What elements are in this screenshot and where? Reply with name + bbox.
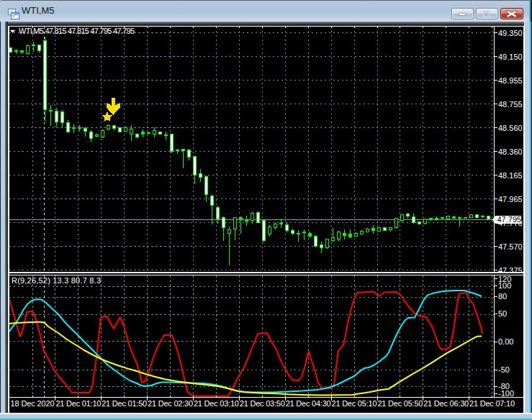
svg-text:21 Dec 07:10: 21 Dec 07:10	[469, 399, 515, 408]
svg-text:21 Dec 03:10: 21 Dec 03:10	[194, 399, 239, 408]
svg-text:49.150: 49.150	[498, 52, 523, 61]
svg-text:48.360: 48.360	[498, 147, 523, 156]
svg-text:21 Dec 06:30: 21 Dec 06:30	[423, 399, 469, 408]
svg-text:48.755: 48.755	[498, 100, 523, 109]
svg-text:WTI,M5 47.815 47.815 47.795 47: WTI,M5 47.815 47.815 47.795 47.795	[19, 27, 135, 35]
svg-text:47.965: 47.965	[498, 195, 523, 204]
svg-text:21 Dec 04:30: 21 Dec 04:30	[286, 399, 331, 408]
svg-text:21 Dec 01:50: 21 Dec 01:50	[102, 399, 147, 408]
svg-text:21 Dec 02:30: 21 Dec 02:30	[148, 399, 193, 408]
svg-text:R(9,26,52) 13.3 80.7 8.3: R(9,26,52) 13.3 80.7 8.3	[12, 276, 101, 285]
svg-text:50: 50	[498, 309, 507, 318]
svg-text:21 Dec 05:50: 21 Dec 05:50	[377, 399, 423, 408]
svg-text:-100: -100	[498, 389, 514, 398]
svg-text:47.795: 47.795	[497, 215, 522, 224]
svg-text:47.570: 47.570	[498, 242, 523, 251]
svg-text:21 Dec 05:10: 21 Dec 05:10	[332, 399, 377, 408]
svg-text:100: 100	[498, 281, 511, 290]
svg-text:49.350: 49.350	[498, 29, 523, 37]
svg-text:48.955: 48.955	[498, 76, 523, 85]
svg-text:48.165: 48.165	[498, 171, 523, 180]
svg-text:48.560: 48.560	[498, 124, 523, 132]
svg-text:21 Dec 03:50: 21 Dec 03:50	[240, 399, 285, 408]
svg-text:80: 80	[498, 292, 507, 301]
svg-text:0.00: 0.00	[498, 337, 513, 346]
svg-text:18 Dec 2020: 18 Dec 2020	[11, 399, 55, 408]
svg-text:47.375: 47.375	[498, 266, 523, 275]
svg-text:-50: -50	[498, 365, 510, 374]
svg-text:21 Dec 01:10: 21 Dec 01:10	[55, 399, 101, 408]
